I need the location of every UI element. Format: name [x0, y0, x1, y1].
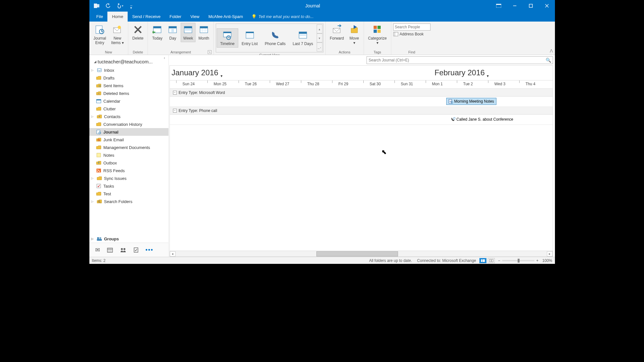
tab-file[interactable]: File — [92, 12, 108, 22]
scroll-right-icon[interactable]: ▸ — [547, 251, 553, 256]
delete-button[interactable]: Delete — [130, 23, 146, 42]
day-header: Sun 31 — [401, 82, 413, 86]
phone-entry-icon — [451, 117, 455, 122]
tab-send-receive[interactable]: Send / Receive — [128, 12, 165, 22]
month-label-2[interactable]: February 2016 ▾ — [435, 68, 489, 78]
groups-header[interactable]: Groups — [89, 235, 168, 243]
folder-junk-email[interactable]: Junk Email — [89, 136, 168, 144]
calendar-nav-icon[interactable] — [107, 247, 113, 253]
gallery-up-icon[interactable]: ▴ — [317, 24, 322, 33]
folder-label: Notes — [104, 153, 114, 158]
tasks-nav-icon[interactable] — [133, 247, 139, 253]
search-icon[interactable]: 🔍 — [544, 58, 553, 63]
move-button[interactable]: Move▾ — [347, 23, 362, 47]
normal-view-icon[interactable] — [479, 258, 486, 263]
collapse-ribbon-icon[interactable]: ᐱ — [550, 48, 553, 53]
minimize-button[interactable] — [507, 0, 523, 12]
zoom-thumb[interactable] — [518, 259, 520, 263]
month-button[interactable]: Month — [196, 23, 211, 42]
entry-list-view-button[interactable]: Entry List — [238, 28, 261, 48]
timeline-view-button[interactable]: Timeline — [217, 28, 238, 48]
folder-sent-items[interactable]: Sent Items — [89, 82, 168, 89]
journal-entry-phone[interactable]: Called Jane S. about Conference — [449, 116, 515, 123]
collapse-box-icon[interactable]: − — [173, 109, 177, 113]
address-book-button[interactable]: Address Book — [393, 32, 431, 36]
arrangement-launcher-icon[interactable]: ↘ — [208, 50, 212, 54]
new-items-button[interactable]: New Items ▾ — [109, 23, 126, 47]
folder-clutter[interactable]: Clutter — [89, 105, 168, 113]
tab-home[interactable]: Home — [107, 12, 128, 22]
timeline-scrollbar[interactable]: ◂ ▸ — [170, 251, 553, 256]
folder-label: Management Documents — [104, 145, 150, 150]
maximize-button[interactable] — [523, 0, 539, 12]
more-nav-icon[interactable]: ••• — [146, 246, 154, 253]
move-icon — [349, 24, 359, 35]
folder-inbox[interactable]: Inbox — [89, 66, 168, 74]
undo-icon[interactable] — [105, 2, 112, 9]
tab-mcafee[interactable]: McAfee Anti-Spam — [204, 12, 248, 22]
phone-calls-view-button[interactable]: Phone Calls — [261, 28, 289, 48]
tab-folder[interactable]: Folder — [165, 12, 186, 22]
collapse-box-icon[interactable]: − — [173, 91, 177, 95]
svg-rect-45 — [377, 26, 381, 29]
phone-icon — [270, 30, 280, 40]
search-journal-box[interactable]: 🔍 — [367, 56, 553, 64]
folder-notes[interactable]: Notes — [89, 151, 168, 159]
zoom-out-icon[interactable]: − — [498, 258, 500, 263]
touch-mode-icon[interactable]: ▾ — [116, 2, 123, 9]
gallery-more-icon[interactable]: ⎯▾ — [317, 42, 322, 51]
word-entry-icon: W — [449, 99, 453, 104]
month-label-1[interactable]: January 2016 ▾ — [172, 68, 222, 78]
gallery-down-icon[interactable]: ▾ — [317, 33, 322, 42]
svg-text:W: W — [449, 100, 452, 103]
entry-type-phone[interactable]: −Entry Type: Phone call — [170, 107, 553, 115]
collapse-pane-icon[interactable]: ‹ — [164, 56, 165, 60]
folder-label: Conversation History — [104, 122, 142, 127]
tell-me[interactable]: 💡Tell me what you want to do... — [248, 12, 314, 22]
folder-management-documents[interactable]: Management Documents — [89, 144, 168, 151]
day-header: Tue 26 — [245, 82, 257, 86]
status-sync: All folders are up to date. — [369, 258, 412, 263]
ribbon-display-icon[interactable] — [491, 0, 507, 12]
tab-view[interactable]: View — [186, 12, 204, 22]
svg-rect-36 — [246, 32, 254, 33]
folder-test[interactable]: Test — [89, 190, 168, 198]
entry-type-word[interactable]: −Entry Type: Microsoft Word — [170, 89, 553, 97]
folder-tasks[interactable]: Tasks — [89, 182, 168, 190]
last-7-days-view-button[interactable]: Last 7 Days — [289, 28, 316, 48]
today-button[interactable]: Today — [150, 23, 165, 42]
day-button[interactable]: Day — [165, 23, 180, 42]
folder-sync-issues[interactable]: Sync Issues — [89, 174, 168, 182]
search-people-input[interactable] — [393, 23, 431, 31]
svg-rect-47 — [377, 30, 381, 33]
folder-search-folders[interactable]: Search Folders — [89, 198, 168, 205]
status-items: Items: 2 — [92, 258, 106, 263]
close-button[interactable] — [539, 0, 555, 12]
day-header: Wed 27 — [276, 82, 289, 86]
journal-entry-word[interactable]: W Morning Meeting Notes — [446, 98, 496, 105]
week-button[interactable]: Week — [181, 23, 195, 42]
journal-entry-button[interactable]: Journal Entry — [91, 23, 108, 47]
folder-contacts[interactable]: Contacts — [89, 113, 168, 120]
folder-outbox[interactable]: Outbox — [89, 159, 168, 167]
reading-view-icon[interactable] — [488, 258, 495, 263]
account-header[interactable]: tucteacher@teachucom... — [89, 55, 168, 66]
zoom-in-icon[interactable]: + — [536, 258, 539, 263]
forward-button[interactable]: Forward — [328, 23, 346, 42]
people-nav-icon[interactable] — [120, 247, 126, 253]
qat-customize-icon[interactable]: ⎯▾ — [128, 2, 135, 9]
mail-nav-icon[interactable]: ✉ — [95, 246, 100, 254]
scroll-thumb[interactable] — [316, 251, 398, 256]
folder-rss-feeds[interactable]: RSS Feeds — [89, 167, 168, 174]
categorize-button[interactable]: Categorize▾ — [366, 23, 389, 47]
scroll-left-icon[interactable]: ◂ — [170, 251, 176, 256]
rss-icon — [96, 168, 102, 173]
folder-journal[interactable]: Journal — [89, 128, 168, 136]
trash-icon — [96, 91, 102, 96]
folder-deleted-items[interactable]: Deleted Items — [89, 89, 168, 97]
search-journal-input[interactable] — [367, 58, 544, 62]
folder-calendar[interactable]: Calendar — [89, 97, 168, 105]
folder-drafts[interactable]: Drafts — [89, 74, 168, 82]
folder-conversation-history[interactable]: Conversation History — [89, 120, 168, 128]
zoom-control[interactable]: − + 100% — [498, 258, 552, 263]
